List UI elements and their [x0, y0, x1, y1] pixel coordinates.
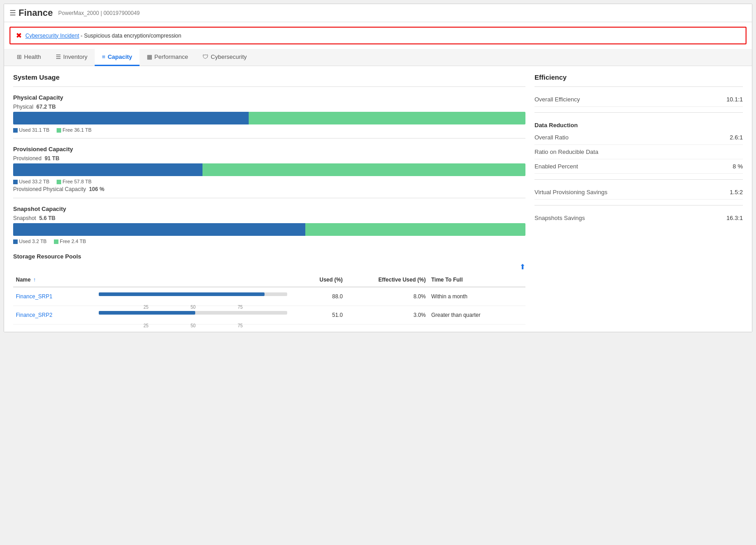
device-subtitle: PowerMax_2000 | 000197900049: [58, 10, 140, 16]
used-dot: [13, 128, 18, 133]
tab-health-label: Health: [24, 53, 41, 60]
srp-bar-cell: 25 50 75: [96, 287, 290, 306]
tabs-bar: ⊞ Health ☰ Inventory ≡ Capacity ▦ Perfor…: [4, 49, 752, 66]
tab-performance[interactable]: ▦ Performance: [140, 49, 195, 66]
free-dot3: [54, 239, 58, 244]
provisioned-bar: [13, 163, 525, 176]
tab-cybersecurity-label: Cybersecurity: [211, 53, 246, 60]
snapshot-total-label: Snapshot 5.6 TB: [13, 215, 525, 221]
efficiency-snapshots: Snapshots Savings 16.3:1: [534, 211, 743, 225]
efficiency-enabled-pct: Enabled Percent 8 %: [534, 159, 743, 174]
provisioned-bar-used: [13, 163, 202, 176]
virtual-prov-label: Virtual Provisioning Savings: [534, 189, 607, 196]
th-name[interactable]: Name ↑: [13, 273, 96, 287]
used-dot3: [13, 239, 18, 244]
physical-total-label: Physical 67.2 TB: [13, 104, 525, 110]
alert-banner: ✖ Cybersecurity Incident - Suspicious da…: [10, 27, 746, 44]
free-dot2: [57, 180, 61, 184]
snapshot-capacity-section: Snapshot Capacity Snapshot 5.6 TB Used 3…: [13, 206, 525, 244]
table-row: Finance_SRP2 25 50 75 51.03.0%Greater th…: [13, 306, 525, 325]
srp-effective-cell: 3.0%: [346, 306, 429, 325]
provisioned-bar-free: [202, 163, 525, 176]
table-export: ⬆: [13, 263, 525, 271]
efficiency-title: Efficiency: [534, 73, 743, 81]
table-header-row: Name ↑ Used (%) Effective Used (%): [13, 273, 525, 287]
right-column: Efficiency Overall Efficiency 10.1:1 Dat…: [534, 73, 743, 325]
export-icon[interactable]: ⬆: [520, 263, 525, 271]
srp-ttf-cell: Within a month: [429, 287, 525, 306]
left-column: System Usage Physical Capacity Physical …: [13, 73, 525, 325]
ratio-reducible-label: Ratio on Reducible Data: [534, 148, 598, 155]
snapshot-bar-legend: Used 3.2 TB Free 2.4 TB: [13, 239, 525, 244]
srp-bar-fill: [99, 292, 265, 296]
physical-bar-legend: Used 31.1 TB Free 36.1 TB: [13, 127, 525, 133]
tick-50: 50: [191, 323, 196, 328]
provisioned-total-label: Provisioned 91 TB: [13, 155, 525, 162]
enabled-pct-label: Enabled Percent: [534, 163, 578, 170]
enabled-pct-value: 8 %: [733, 163, 743, 170]
efficiency-ratio-reducible: Ratio on Reducible Data: [534, 145, 743, 159]
data-reduction-header: Data Reduction: [534, 118, 743, 130]
health-icon: ⊞: [17, 53, 22, 60]
overall-ratio-value: 2.6:1: [730, 134, 743, 141]
tab-cybersecurity[interactable]: 🛡 Cybersecurity: [195, 49, 254, 66]
provisioned-capacity-section: Provisioned Capacity Provisioned 91 TB U…: [13, 146, 525, 192]
snapshot-bar: [13, 223, 525, 236]
cybersecurity-icon: 🛡: [202, 53, 208, 60]
th-effective[interactable]: Effective Used (%): [346, 273, 429, 287]
tab-inventory[interactable]: ☰ Inventory: [48, 49, 95, 66]
page-title: Finance: [19, 8, 53, 18]
provisioned-bar-legend: Used 33.2 TB Free 57.8 TB: [13, 179, 525, 184]
efficiency-virtual-prov: Virtual Provisioning Savings 1.5:2: [534, 185, 743, 200]
tab-health[interactable]: ⊞ Health: [10, 49, 48, 66]
physical-capacity-section: Physical Capacity Physical 67.2 TB Used …: [13, 94, 525, 133]
srp-used-cell: 51.0: [290, 306, 345, 325]
physical-bar-free: [249, 112, 525, 124]
app-header: ☰ Finance PowerMax_2000 | 000197900049: [4, 4, 752, 22]
tab-performance-label: Performance: [154, 53, 188, 60]
tab-capacity-label: Capacity: [108, 53, 132, 60]
srp-name-cell[interactable]: Finance_SRP2: [13, 306, 96, 325]
used-dot2: [13, 180, 18, 184]
efficiency-overall-ratio: Overall Ratio 2.6:1: [534, 130, 743, 145]
main-content: System Usage Physical Capacity Physical …: [4, 66, 752, 332]
th-used[interactable]: Used (%): [290, 273, 345, 287]
alert-icon: ✖: [16, 31, 22, 40]
physical-capacity-title: Physical Capacity: [13, 94, 525, 101]
th-bar: [96, 273, 290, 287]
inventory-icon: ☰: [56, 53, 61, 60]
tick-75: 75: [238, 323, 243, 328]
srp-effective-cell: 8.0%: [346, 287, 429, 306]
srp-used-cell: 88.0: [290, 287, 345, 306]
performance-icon: ▦: [147, 53, 152, 60]
menu-icon: ☰: [10, 9, 16, 17]
overall-eff-label: Overall Efficiency: [534, 96, 580, 103]
tick-25: 25: [144, 323, 149, 328]
sort-arrow: ↑: [33, 277, 36, 283]
table-row: Finance_SRP1 25 50 75 88.08.0%Within a m…: [13, 287, 525, 306]
data-reduction-title: Data Reduction: [534, 122, 578, 129]
storage-pools-title: Storage Resource Pools: [13, 253, 525, 260]
srp-bar-fill: [99, 311, 195, 315]
srp-bar-cell: 25 50 75: [96, 306, 290, 325]
content-row: System Usage Physical Capacity Physical …: [13, 73, 743, 325]
alert-text: Cybersecurity Incident - Suspicious data…: [25, 33, 181, 39]
provisioned-physical-pct: Provisioned Physical Capacity 106 %: [13, 186, 525, 192]
alert-link[interactable]: Cybersecurity Incident: [25, 33, 79, 39]
tab-inventory-label: Inventory: [63, 53, 87, 60]
physical-bar-used: [13, 112, 249, 124]
srp-ttf-cell: Greater than quarter: [429, 306, 525, 325]
alert-message: - Suspicious data encryption/compression: [79, 33, 181, 39]
provisioned-capacity-title: Provisioned Capacity: [13, 146, 525, 153]
system-usage-title: System Usage: [13, 73, 525, 81]
snapshot-capacity-title: Snapshot Capacity: [13, 206, 525, 212]
virtual-prov-value: 1.5:2: [730, 189, 743, 196]
snapshots-label: Snapshots Savings: [534, 215, 585, 221]
snapshot-bar-used: [13, 223, 305, 236]
srp-table: Name ↑ Used (%) Effective Used (%): [13, 273, 525, 325]
free-dot: [57, 128, 61, 133]
srp-name-cell[interactable]: Finance_SRP1: [13, 287, 96, 306]
tab-capacity[interactable]: ≡ Capacity: [95, 49, 140, 66]
physical-bar: [13, 112, 525, 124]
th-ttf[interactable]: Time To Full: [429, 273, 525, 287]
